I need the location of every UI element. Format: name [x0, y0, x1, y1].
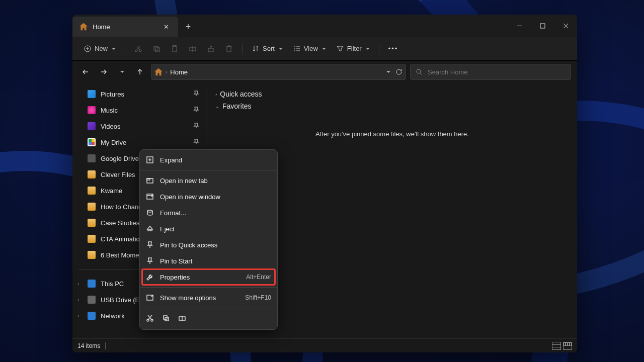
refresh-icon[interactable] — [395, 68, 403, 75]
svg-point-27 — [417, 69, 421, 73]
ctx-item-label: Pin to Start — [160, 257, 192, 265]
home-icon — [79, 23, 88, 31]
chevron-right-icon: › — [215, 92, 217, 97]
ctx-eject[interactable]: Eject — [140, 221, 277, 237]
address-bar: › Home — [72, 61, 577, 83]
sidebar-item-pictures[interactable]: Pictures — [72, 86, 207, 102]
pin-icon — [193, 107, 199, 114]
ctx-open-new-window[interactable]: Open in new window — [140, 189, 277, 205]
recent-button[interactable] — [115, 65, 129, 79]
breadcrumb-location: Home — [170, 68, 188, 76]
pin-icon — [146, 241, 154, 249]
pin-icon — [193, 90, 199, 98]
window-icon — [146, 193, 154, 201]
net-icon — [88, 312, 96, 320]
ctx-footer-rename-icon[interactable] — [178, 314, 186, 324]
chevron-right-icon[interactable]: › — [77, 297, 79, 303]
ctx-pin-quick[interactable]: Pin to Quick access — [140, 237, 277, 253]
ctx-item-label: Eject — [160, 225, 175, 233]
svg-line-9 — [137, 46, 140, 50]
new-tab-button[interactable]: + — [178, 17, 198, 37]
ctx-footer-cut-icon[interactable] — [146, 314, 154, 324]
home-icon — [154, 68, 163, 76]
more-button[interactable]: ••• — [384, 42, 403, 55]
ctx-item-label: Show more options — [160, 294, 216, 302]
pin-icon — [146, 257, 154, 265]
sidebar-item-music[interactable]: Music — [72, 102, 207, 118]
chevron-right-icon[interactable]: › — [77, 313, 79, 319]
item-count: 14 items — [77, 342, 100, 349]
svg-point-39 — [147, 319, 149, 321]
usb-icon — [88, 296, 96, 304]
ctx-item-label: Format... — [160, 209, 186, 217]
svg-point-8 — [139, 50, 141, 52]
plus-square-icon — [146, 156, 154, 164]
context-menu: ExpandOpen in new tabOpen in new windowF… — [139, 149, 278, 330]
close-window-button[interactable] — [554, 15, 577, 37]
copy-button[interactable] — [148, 42, 165, 56]
ctx-footer-copy-icon[interactable] — [162, 314, 170, 324]
maximize-button[interactable] — [531, 15, 554, 37]
sidebar-item-label: This PC — [101, 280, 124, 288]
delete-button[interactable] — [221, 42, 237, 56]
svg-line-10 — [136, 46, 140, 50]
svg-rect-18 — [227, 47, 231, 52]
svg-point-7 — [135, 50, 137, 52]
sidebar-item-my-drive[interactable]: My Drive — [72, 134, 207, 150]
disk-icon — [146, 209, 154, 217]
cut-button[interactable] — [130, 42, 146, 56]
titlebar: Home ✕ + — [72, 15, 577, 37]
forward-button[interactable] — [97, 65, 111, 79]
videos-icon — [88, 122, 96, 130]
ctx-expand[interactable]: Expand — [140, 152, 277, 168]
ctx-open-new-tab[interactable]: Open in new tab — [140, 172, 277, 189]
ctx-pin-start[interactable]: Pin to Start — [140, 253, 277, 269]
minimize-button[interactable] — [508, 15, 531, 37]
sidebar-item-label: Network — [101, 312, 125, 320]
search-box[interactable] — [410, 64, 571, 80]
favorites-header[interactable]: ⌄ Favorites — [215, 100, 569, 112]
breadcrumb[interactable]: › Home — [151, 64, 406, 80]
back-button[interactable] — [78, 65, 93, 79]
search-icon — [416, 68, 423, 75]
pc-icon — [88, 280, 96, 288]
ctx-more-options[interactable]: Show more optionsShift+F10 — [140, 290, 277, 306]
gdrive-icon — [88, 154, 96, 162]
up-button[interactable] — [133, 65, 147, 79]
pictures-icon — [88, 90, 96, 98]
ctx-format[interactable]: Format... — [140, 205, 277, 221]
filter-button[interactable]: Filter — [332, 42, 374, 56]
folder-icon — [88, 235, 96, 243]
music-icon — [88, 106, 96, 114]
svg-rect-17 — [208, 48, 213, 52]
tab-home[interactable]: Home ✕ — [72, 17, 178, 37]
svg-point-36 — [147, 210, 152, 212]
wrench-icon — [146, 273, 154, 281]
chevron-right-icon[interactable]: › — [77, 281, 79, 287]
eject-icon — [146, 225, 154, 233]
quick-access-header[interactable]: › Quick access — [215, 88, 569, 100]
ctx-item-label: Open in new window — [160, 193, 220, 201]
large-icons-view-button[interactable] — [563, 342, 572, 350]
rename-button[interactable] — [185, 42, 201, 56]
svg-line-42 — [148, 315, 151, 319]
ctx-properties[interactable]: PropertiesAlt+Enter — [140, 269, 277, 285]
paste-button[interactable] — [167, 42, 183, 56]
sidebar-item-label: Case Studies — [101, 219, 139, 227]
sidebar-item-label: Clever Files — [101, 171, 135, 178]
svg-rect-12 — [155, 48, 159, 52]
chevron-down-icon[interactable] — [386, 71, 390, 73]
svg-rect-1 — [540, 24, 545, 28]
view-button[interactable]: View — [289, 42, 330, 56]
sidebar-item-videos[interactable]: Videos — [72, 118, 207, 134]
sidebar-item-label: Kwame — [101, 187, 122, 195]
chevron-down-icon: ⌄ — [215, 104, 219, 109]
close-tab-icon[interactable]: ✕ — [161, 23, 171, 31]
search-input[interactable] — [428, 68, 566, 76]
details-view-button[interactable] — [552, 342, 561, 350]
chevron-right-icon: › — [166, 69, 167, 75]
new-button[interactable]: New — [79, 42, 120, 56]
share-button[interactable] — [203, 42, 219, 56]
sort-button[interactable]: Sort — [248, 42, 287, 56]
tab-title: Home — [93, 23, 110, 31]
